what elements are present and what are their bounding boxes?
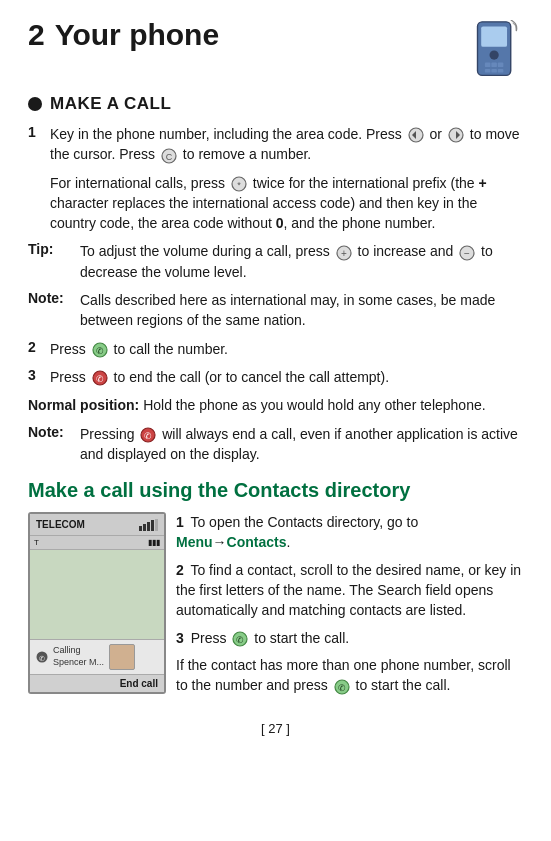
svg-text:✆: ✆ xyxy=(96,374,104,384)
note2-text: Pressing ✆ will always end a call, even … xyxy=(80,424,523,465)
tip-label: Tip: xyxy=(28,241,80,257)
contacts-step-2: 2 To find a contact, scroll to the desir… xyxy=(176,560,523,621)
contacts-step-3-number: 3 xyxy=(176,630,184,646)
end-call-label: End call xyxy=(120,678,158,689)
step-1-number: 1 xyxy=(28,124,46,140)
call-green-icon: ✆ xyxy=(92,342,108,358)
signal-bars xyxy=(139,519,158,531)
svg-text:✆: ✆ xyxy=(338,683,346,693)
normal-position-text: Hold the phone as you would hold any oth… xyxy=(143,397,485,413)
step-1-indent: For international calls, press * twice f… xyxy=(28,173,523,234)
svg-text:✆: ✆ xyxy=(96,346,104,356)
star-icon: * xyxy=(231,176,247,192)
end-call-bar: End call xyxy=(30,674,164,692)
end-call-icon: ✆ xyxy=(92,370,108,386)
menu-link: Menu xyxy=(176,534,213,550)
step-3: 3 Press ✆ to end the call (or to cancel … xyxy=(28,367,523,387)
signal-bar-5 xyxy=(155,519,158,531)
contacts-section-title: Make a call using the Contacts directory xyxy=(28,478,523,502)
normal-position: Normal position: Hold the phone as you w… xyxy=(28,395,523,415)
step-2-number: 2 xyxy=(28,339,46,355)
screen-battery: ▮▮▮ xyxy=(148,538,160,547)
screen-bottom: ✆ CallingSpencer M... xyxy=(30,640,164,674)
calling-text: CallingSpencer M... xyxy=(53,645,104,668)
make-call-title: MAKE A CALL xyxy=(50,94,171,114)
svg-rect-6 xyxy=(485,69,491,73)
contacts-step-1-text: To open the Contacts directory, go to Me… xyxy=(176,514,418,550)
svg-rect-8 xyxy=(498,69,504,73)
page: 2Your phone MAKE A CALL 1 Key in the pho… xyxy=(0,0,551,774)
vol-up-icon: + xyxy=(336,245,352,261)
screen-icons-row: T ▮▮▮ xyxy=(30,536,164,550)
chapter-title: Your phone xyxy=(55,18,219,51)
normal-position-label: Normal position: xyxy=(28,397,139,413)
screen-top-bar: TELECOM xyxy=(30,514,164,536)
svg-rect-7 xyxy=(491,69,497,73)
svg-rect-4 xyxy=(491,62,497,67)
svg-text:*: * xyxy=(237,180,241,190)
contact-name: Spencer M... xyxy=(53,657,104,667)
step-2: 2 Press ✆ to call the number. xyxy=(28,339,523,359)
contacts-step-1: 1 To open the Contacts directory, go to … xyxy=(176,512,523,553)
step-1-text: Key in the phone number, including the a… xyxy=(50,124,523,165)
chapter-number: 2 xyxy=(28,18,45,51)
screen-body xyxy=(30,550,164,640)
note2-label: Note: xyxy=(28,424,80,440)
nav-left-icon xyxy=(408,127,424,143)
contacts-step-4-text: If the contact has more than one phone n… xyxy=(176,657,511,693)
make-call-section-header: MAKE A CALL xyxy=(28,94,523,114)
tip-text: To adjust the volume during a call, pres… xyxy=(80,241,523,282)
vol-down-icon: − xyxy=(459,245,475,261)
note2-block: Note: Pressing ✆ will always end a call,… xyxy=(28,424,523,465)
contacts-step-2-number: 2 xyxy=(176,562,184,578)
signal-bar-4 xyxy=(151,520,154,531)
clear-icon: C xyxy=(161,148,177,164)
signal-bar-3 xyxy=(147,522,150,531)
contact-avatar xyxy=(109,644,135,670)
telecom-label: TELECOM xyxy=(36,519,85,530)
step-3-text: Press ✆ to end the call (or to cancel th… xyxy=(50,367,389,387)
svg-text:✆: ✆ xyxy=(236,635,244,645)
bullet-dot xyxy=(28,97,42,111)
phone-icon xyxy=(468,20,523,80)
contacts-step-4: If the contact has more than one phone n… xyxy=(176,655,523,696)
signal-bar-2 xyxy=(143,524,146,531)
contacts-step-2-text: To find a contact, scroll to the desired… xyxy=(176,562,521,619)
contacts-layout: TELECOM T ▮▮▮ xyxy=(28,512,523,702)
signal-bar-1 xyxy=(139,526,142,531)
step-2-text: Press ✆ to call the number. xyxy=(50,339,228,359)
step-1: 1 Key in the phone number, including the… xyxy=(28,124,523,165)
step-1-indent-text: For international calls, press * twice f… xyxy=(50,173,523,234)
page-number: [ 27 ] xyxy=(261,721,290,736)
calling-icon: ✆ xyxy=(36,651,48,663)
screen-time: T xyxy=(34,538,39,547)
contacts-link: Contacts xyxy=(227,534,287,550)
contacts-step-3-text: Press ✆ to start the call. xyxy=(191,630,350,646)
call-icon-step4: ✆ xyxy=(334,679,350,695)
contacts-step-1-number: 1 xyxy=(176,514,184,530)
svg-text:C: C xyxy=(166,152,173,162)
chapter-heading: 2Your phone xyxy=(28,18,219,52)
page-header: 2Your phone xyxy=(28,18,523,80)
svg-text:✆: ✆ xyxy=(144,431,152,441)
footer: [ 27 ] xyxy=(28,721,523,746)
svg-text:−: − xyxy=(464,248,470,259)
note1-block: Note: Calls described here as internatio… xyxy=(28,290,523,331)
svg-point-2 xyxy=(490,50,499,59)
svg-text:✆: ✆ xyxy=(39,655,45,662)
contacts-step-3: 3 Press ✆ to start the call. xyxy=(176,628,523,648)
phone-screen-mockup: TELECOM T ▮▮▮ xyxy=(28,512,166,694)
nav-right-icon xyxy=(448,127,464,143)
step-3-number: 3 xyxy=(28,367,46,383)
svg-rect-1 xyxy=(481,26,507,46)
tip-block: Tip: To adjust the volume during a call,… xyxy=(28,241,523,282)
note1-label: Note: xyxy=(28,290,80,306)
svg-rect-3 xyxy=(485,62,491,67)
svg-text:+: + xyxy=(341,248,347,259)
svg-rect-5 xyxy=(498,62,504,67)
call-icon-step3: ✆ xyxy=(232,631,248,647)
end-call-icon-2: ✆ xyxy=(140,427,156,443)
note1-text: Calls described here as international ma… xyxy=(80,290,523,331)
contacts-steps: 1 To open the Contacts directory, go to … xyxy=(176,512,523,702)
